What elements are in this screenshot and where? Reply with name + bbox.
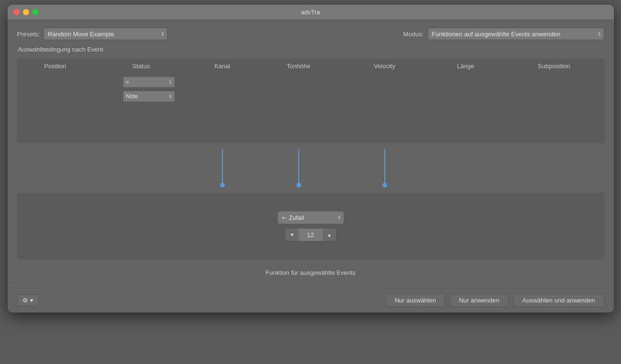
- modus-label: Modus:: [403, 31, 424, 38]
- status-col: = Note: [101, 76, 197, 102]
- function-label: Funktion für ausgewählte Events: [17, 265, 604, 280]
- title-bar: advTra: [8, 5, 614, 20]
- chevron-down-icon: ▾: [291, 231, 294, 238]
- modus-wrapper: Funktionen auf ausgewählte Events anwend…: [428, 28, 604, 40]
- status-type-wrapper: Note: [123, 91, 175, 102]
- stepper-value-input[interactable]: [299, 231, 323, 239]
- col-velocity: Velocity: [342, 62, 428, 70]
- window-title: advTra: [301, 9, 320, 16]
- col-subposition: Subposition: [504, 62, 604, 70]
- modus-select[interactable]: Funktionen auf ausgewählte Events anwend…: [428, 28, 604, 40]
- presets-select[interactable]: Random Move Example: [43, 28, 168, 40]
- kanal-line: [222, 149, 223, 187]
- nur-anwenden-button[interactable]: Nur anwenden: [450, 294, 508, 307]
- connector-area: [17, 149, 604, 187]
- velocity-line: [384, 149, 385, 187]
- nur-auswaehlen-button[interactable]: Nur auswählen: [386, 294, 445, 307]
- main-window: advTra Presets: Random Move Example Modu…: [8, 5, 614, 312]
- presets-label: Presets:: [17, 31, 40, 38]
- top-bar: Presets: Random Move Example Modus: Funk…: [17, 28, 604, 40]
- selection-controls: = Note: [17, 72, 604, 143]
- gear-settings-button[interactable]: ⚙ ▾: [17, 294, 39, 306]
- status-type-select[interactable]: Note: [123, 91, 175, 102]
- col-position: Position: [17, 62, 94, 70]
- number-stepper: ▾ ▴: [285, 228, 337, 241]
- gear-chevron-icon: ▾: [30, 297, 33, 304]
- presets-area: Presets: Random Move Example: [17, 28, 168, 40]
- presets-wrapper: Random Move Example: [43, 28, 168, 40]
- selection-panel-box: Position Status Kanal Tonhöhe Velocity L…: [17, 59, 604, 143]
- col-status: Status: [94, 62, 189, 70]
- bottom-bar-left: ⚙ ▾: [17, 294, 39, 306]
- auswaehlen-und-anwenden-button[interactable]: Auswählen und anwenden: [513, 294, 604, 307]
- zufall-select[interactable]: +- Zufall: [277, 211, 344, 224]
- zufall-wrapper: +- Zufall: [277, 211, 344, 224]
- connector-col-tonhoehe: [256, 149, 342, 187]
- window-controls: [13, 9, 39, 15]
- status-operator-wrapper: =: [123, 76, 175, 88]
- connector-col-6: [504, 149, 604, 187]
- close-button[interactable]: [13, 9, 20, 15]
- content-area: Presets: Random Move Example Modus: Funk…: [8, 20, 614, 288]
- modus-area: Modus: Funktionen auf ausgewählte Events…: [403, 28, 604, 40]
- minimize-button[interactable]: [23, 9, 29, 15]
- bottom-bar: ⚙ ▾ Nur auswählen Nur anwenden Auswählen…: [8, 288, 614, 312]
- gear-icon: ⚙: [22, 297, 28, 304]
- connector-col-5: [428, 149, 504, 187]
- maximize-button[interactable]: [32, 9, 39, 15]
- connector-col-kanal: [189, 149, 256, 187]
- bottom-bar-right: Nur auswählen Nur anwenden Auswählen und…: [386, 294, 604, 307]
- column-headers: Position Status Kanal Tonhöhe Velocity L…: [17, 59, 604, 72]
- chevron-up-icon: ▴: [328, 231, 331, 238]
- col-kanal: Kanal: [189, 62, 256, 70]
- selection-section-label: Auswahlbedingung nach Event: [17, 46, 604, 53]
- col-tonhoehe: Tonhöhe: [256, 62, 342, 70]
- function-panel: +- Zufall ▾ ▴: [17, 193, 604, 260]
- stepper-down-button[interactable]: ▾: [285, 229, 299, 241]
- connector-col-2: [94, 149, 189, 187]
- col-laenge: Länge: [428, 62, 504, 70]
- tonhoehe-line: [298, 149, 299, 187]
- connector-col-1: [17, 149, 94, 187]
- stepper-up-button[interactable]: ▴: [323, 229, 336, 241]
- status-operator-select[interactable]: =: [123, 76, 175, 88]
- connector-col-velocity: [342, 149, 428, 187]
